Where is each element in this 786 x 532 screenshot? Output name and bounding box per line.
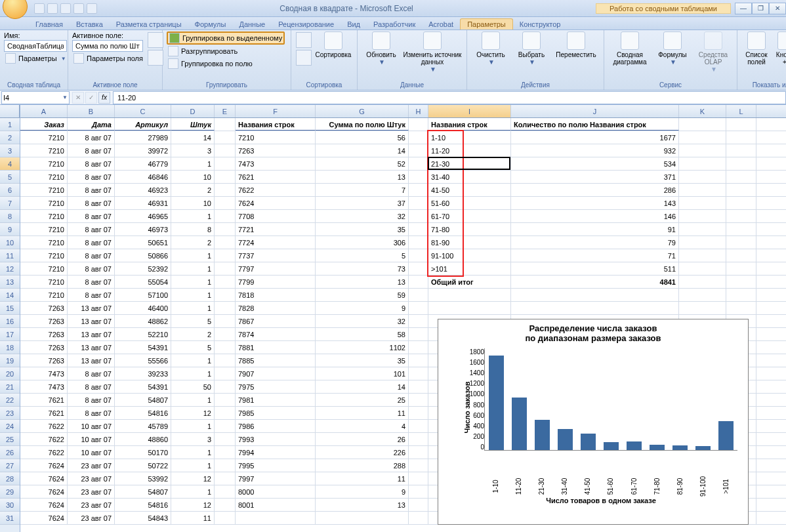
- chart[interactable]: Распределение числа заказовпо диапазонам…: [438, 319, 749, 525]
- plusminus-button[interactable]: Кнопки +/-: [773, 31, 786, 66]
- cell-G20[interactable]: 101: [316, 367, 409, 380]
- col-head-F[interactable]: F: [236, 105, 316, 117]
- cell-K14[interactable]: [679, 289, 726, 301]
- cell-B23[interactable]: 8 авг 07: [68, 407, 115, 419]
- cell-E27[interactable]: [215, 459, 236, 472]
- cell-D29[interactable]: 1: [171, 485, 215, 498]
- cell-I10[interactable]: 81-90: [428, 236, 511, 249]
- change-source-button[interactable]: Изменить источник данных▼: [402, 31, 463, 73]
- cell-B8[interactable]: 8 авг 07: [68, 210, 115, 222]
- cell-H2[interactable]: [409, 131, 428, 144]
- cell-L12[interactable]: [726, 262, 756, 275]
- cell-I13[interactable]: Общий итог: [428, 276, 511, 288]
- cell-B10[interactable]: 8 авг 07: [68, 236, 115, 249]
- cell-G9[interactable]: 35: [316, 223, 409, 235]
- cell-B12[interactable]: 8 авг 07: [68, 262, 115, 275]
- tab-параметры[interactable]: Параметры: [460, 18, 513, 30]
- cell-H13[interactable]: [409, 276, 428, 288]
- cell-D26[interactable]: 1: [171, 446, 215, 459]
- cell-E20[interactable]: [215, 367, 236, 380]
- tab-вид[interactable]: Вид: [341, 19, 367, 30]
- cell-E17[interactable]: [215, 328, 236, 340]
- row-head-25[interactable]: 25: [0, 433, 20, 446]
- cell-G23[interactable]: 11: [316, 407, 409, 419]
- row-head-30[interactable]: 30: [0, 499, 20, 512]
- cell-E14[interactable]: [215, 289, 236, 301]
- cell-B2[interactable]: 8 авг 07: [68, 131, 115, 144]
- row-head-29[interactable]: 29: [0, 485, 20, 499]
- pivotchart-button[interactable]: Сводная диаграмма: [608, 31, 652, 66]
- cell-H5[interactable]: [409, 171, 428, 183]
- cell-F28[interactable]: 7997: [236, 472, 316, 485]
- cell-A26[interactable]: 7622: [20, 446, 68, 459]
- cell-B28[interactable]: 23 авг 07: [68, 472, 115, 485]
- cell-G25[interactable]: 26: [316, 433, 409, 445]
- pivot-name-input[interactable]: [4, 40, 67, 52]
- cell-G2[interactable]: 56: [316, 131, 409, 144]
- cell-A17[interactable]: 7263: [20, 328, 68, 340]
- cell-C3[interactable]: 39972: [115, 144, 171, 157]
- cell-G30[interactable]: 13: [316, 499, 409, 511]
- cell-A23[interactable]: 7621: [20, 407, 68, 419]
- cell-H24[interactable]: [409, 420, 428, 432]
- cell-D3[interactable]: 3: [171, 144, 215, 157]
- row-head-20[interactable]: 20: [0, 367, 20, 380]
- row-head-7[interactable]: 7: [0, 197, 20, 210]
- cell-L13[interactable]: [726, 276, 756, 288]
- cell-A27[interactable]: 7624: [20, 459, 68, 472]
- cell-J12[interactable]: 511: [511, 262, 679, 275]
- row-head-28[interactable]: 28: [0, 472, 20, 485]
- cell-A1[interactable]: Заказ: [20, 118, 68, 131]
- maximize-button[interactable]: ❐: [752, 3, 769, 14]
- cell-B21[interactable]: 8 авг 07: [68, 380, 115, 393]
- cell-G21[interactable]: 14: [316, 380, 409, 393]
- cell-A15[interactable]: 7263: [20, 302, 68, 314]
- cell-H26[interactable]: [409, 446, 428, 459]
- cell-K3[interactable]: [679, 144, 726, 157]
- cell-I7[interactable]: 51-60: [428, 197, 511, 209]
- cell-E24[interactable]: [215, 420, 236, 432]
- accept-formula-icon[interactable]: ✓: [85, 92, 97, 104]
- cell-H16[interactable]: [409, 315, 428, 327]
- cell-D28[interactable]: 12: [171, 472, 215, 485]
- cell-D21[interactable]: 50: [171, 380, 215, 393]
- cell-H17[interactable]: [409, 328, 428, 340]
- chart-bar->101[interactable]: [718, 421, 734, 450]
- cell-I11[interactable]: 91-100: [428, 249, 511, 262]
- chart-bar-71-80[interactable]: [650, 445, 665, 450]
- cell-H31[interactable]: [409, 512, 428, 524]
- cell-D1[interactable]: Штук: [171, 118, 215, 131]
- cell-A20[interactable]: 7473: [20, 367, 68, 380]
- col-head-H[interactable]: H: [409, 105, 428, 117]
- cell-G22[interactable]: 25: [316, 394, 409, 406]
- collapse-field-icon[interactable]: [148, 50, 163, 66]
- tab-данные[interactable]: Данные: [232, 19, 272, 30]
- cell-J10[interactable]: 79: [511, 236, 679, 249]
- cell-C15[interactable]: 46400: [115, 302, 171, 314]
- cell-C19[interactable]: 55566: [115, 354, 171, 367]
- cell-B7[interactable]: 8 авг 07: [68, 197, 115, 209]
- cell-F22[interactable]: 7981: [236, 394, 316, 406]
- cell-B29[interactable]: 23 авг 07: [68, 485, 115, 498]
- qat-save-icon[interactable]: [34, 3, 45, 14]
- cancel-formula-icon[interactable]: ✕: [72, 92, 84, 104]
- cell-E8[interactable]: [215, 210, 236, 222]
- cell-L3[interactable]: [726, 144, 756, 157]
- row-head-15[interactable]: 15: [0, 302, 20, 315]
- cell-C2[interactable]: 27989: [115, 131, 171, 144]
- cell-L2[interactable]: [726, 131, 756, 144]
- row-head-6[interactable]: 6: [0, 184, 20, 197]
- cell-H3[interactable]: [409, 144, 428, 157]
- cell-E2[interactable]: [215, 131, 236, 144]
- cell-L11[interactable]: [726, 249, 756, 262]
- row-head-13[interactable]: 13: [0, 276, 20, 289]
- cell-A6[interactable]: 7210: [20, 184, 68, 196]
- cell-E13[interactable]: [215, 276, 236, 288]
- cell-C7[interactable]: 46931: [115, 197, 171, 209]
- tab-рецензирование[interactable]: Рецензирование: [272, 19, 341, 30]
- cell-D8[interactable]: 1: [171, 210, 215, 222]
- cell-G28[interactable]: 11: [316, 472, 409, 485]
- cell-L4[interactable]: [726, 157, 756, 170]
- chart-bar-21-30[interactable]: [535, 420, 550, 450]
- cell-G15[interactable]: 9: [316, 302, 409, 314]
